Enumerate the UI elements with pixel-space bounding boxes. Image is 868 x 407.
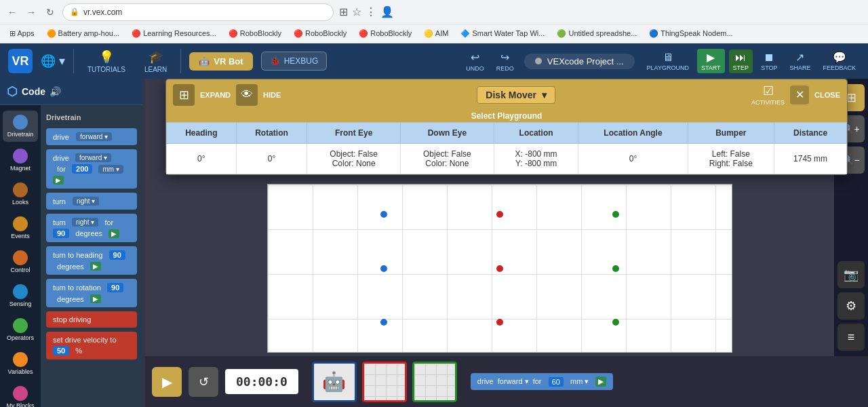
dropdown-arrow-icon: ▾: [542, 90, 547, 100]
rotation-play-arrow[interactable]: ▶: [90, 294, 101, 303]
block-set-velocity[interactable]: set drive velocity to 50 %: [46, 332, 137, 360]
drive-play-arrow[interactable]: ▶: [53, 176, 64, 185]
variables-label: Variables: [8, 368, 33, 375]
dot-red-3: [496, 319, 503, 326]
speaker-icon[interactable]: 🔊: [50, 86, 61, 97]
thumbnail-red[interactable]: [362, 362, 407, 402]
block-turn-for[interactable]: turn right ▾ for 90 degrees ▶: [46, 214, 137, 242]
tutorials-button[interactable]: 💡 TUTORIALS: [82, 47, 131, 76]
bookmark-spreadsheet[interactable]: 🟢 Untitled spreadshe...: [553, 28, 641, 39]
cell-bumper: Left: FalseRight: False: [688, 144, 774, 174]
reset-button[interactable]: ↺: [189, 367, 218, 397]
sidebar-item-events[interactable]: Events: [3, 212, 38, 244]
extensions-icon[interactable]: ⊞: [339, 5, 348, 18]
thumb-red-grid: [364, 364, 405, 400]
stop-button[interactable]: ⏹ STOP: [757, 50, 781, 73]
learn-label: LEARN: [144, 66, 167, 73]
expand-button[interactable]: ⊞: [173, 84, 195, 106]
block-drive-forward[interactable]: drive forward ▾: [46, 128, 137, 145]
more-icon[interactable]: ⋮: [366, 5, 376, 18]
sidebar-item-drivetrain[interactable]: Drivetrain: [3, 111, 38, 142]
toolbar-divider-2: [180, 49, 181, 73]
bookmark-learning[interactable]: 🔴 Learning Resources...: [127, 28, 220, 39]
block-turn[interactable]: turn right ▾: [46, 193, 137, 210]
step-button[interactable]: ⏭ STEP: [729, 50, 753, 73]
sidebar-item-looks[interactable]: Looks: [3, 178, 38, 210]
learn-button[interactable]: 🎓 LEARN: [139, 47, 172, 76]
bookmark-battery[interactable]: 🟠 Battery amp-hou...: [43, 28, 124, 39]
drive-direction2-dropdown[interactable]: forward ▾: [75, 153, 111, 162]
settings-button[interactable]: ⚙: [837, 292, 865, 319]
refresh-button[interactable]: ↻: [43, 5, 57, 19]
url-bar[interactable]: 🔒 vr.vex.com: [62, 3, 334, 21]
project-name: VEXcode Project ...: [547, 56, 624, 66]
velocity-value[interactable]: 50: [53, 346, 69, 355]
more-options-button[interactable]: ≡: [837, 324, 865, 351]
block-stop-driving[interactable]: stop driving: [46, 311, 137, 328]
thumbnail-green[interactable]: [412, 362, 457, 402]
bookmark-thingspeak[interactable]: 🔵 ThingSpeak Nodem...: [645, 28, 736, 39]
timer-display: 00:00:0: [225, 369, 298, 394]
turn-direction2-dropdown[interactable]: right ▾: [72, 218, 98, 227]
heading-value[interactable]: 90: [109, 250, 125, 260]
sidebar-item-variables[interactable]: Variables: [3, 348, 38, 379]
drive-direction-dropdown[interactable]: forward ▾: [76, 132, 112, 141]
rotation-value[interactable]: 90: [107, 283, 123, 292]
col-front-eye: Front Eye: [307, 123, 401, 144]
playground-icon: 🖥: [663, 52, 673, 64]
close-button[interactable]: ✕: [790, 85, 809, 104]
turn-degrees-value[interactable]: 90: [53, 229, 69, 238]
feedback-button[interactable]: 💬 FEEDBACK: [818, 49, 860, 73]
robot-icon: 🤖: [322, 370, 346, 393]
sidebar-item-magnet[interactable]: Magnet: [3, 144, 38, 176]
activities-button[interactable]: ☑ ACTIVITIES: [751, 83, 785, 106]
block-drive-forward-for[interactable]: drive forward ▾ for 200 mm ▾ ▶: [46, 149, 137, 189]
hide-button[interactable]: 👁: [236, 84, 258, 106]
share-label: SHARE: [789, 64, 810, 71]
sidebar-item-sensing[interactable]: Sensing: [3, 280, 38, 311]
camera-button[interactable]: 📷: [837, 261, 865, 288]
bookmark-roboblockly-3[interactable]: 🔴 RoboBlockly: [355, 28, 416, 39]
activities-icon: ☑: [763, 83, 774, 98]
drive-distance-value[interactable]: 200: [72, 164, 92, 174]
turn-play-arrow[interactable]: ▶: [108, 229, 119, 238]
monitor-panel: ⊞ EXPAND 👁 HIDE Disk Mover ▾ ☑: [165, 79, 848, 175]
playground-area: ⊞ EXPAND 👁 HIDE Disk Mover ▾ ☑: [145, 79, 868, 407]
block-turn-heading[interactable]: turn to heading 90 degrees ▶: [46, 246, 137, 275]
operators-label: Operators: [7, 334, 34, 341]
block-turn-rotation[interactable]: turn to rotation 90 degrees ▶: [46, 279, 137, 307]
sidebar-item-operators[interactable]: Operators: [3, 314, 38, 345]
run-button[interactable]: ▶: [152, 367, 182, 397]
playground-button[interactable]: 🖥 PLAYGROUND: [643, 50, 693, 73]
bookmark-roboblockly-1[interactable]: 🔴 RoboBlockly: [224, 28, 285, 39]
forward-button[interactable]: →: [24, 5, 38, 19]
profile-icon[interactable]: 👤: [380, 5, 394, 18]
blocks-area: Drivetrain drive forward ▾ drive forward…: [41, 105, 142, 407]
turn-direction-dropdown[interactable]: right ▾: [73, 197, 99, 206]
bookmark-icon[interactable]: ☆: [352, 5, 361, 18]
thumbnail-robot[interactable]: 🤖: [312, 362, 357, 402]
hexbug-button[interactable]: 🐞 HEXBUG: [261, 52, 328, 71]
globe-button[interactable]: 🌐 ▾: [41, 54, 65, 69]
blocks-section-label: Drivetrain: [46, 111, 137, 124]
bookmark-aim[interactable]: 🟡 AIM: [420, 28, 452, 39]
undo-button[interactable]: ↩ UNDO: [464, 49, 486, 74]
playground-select-dropdown[interactable]: Disk Mover ▾: [477, 86, 555, 104]
magnet-dot: [13, 149, 28, 163]
app-container: VR 🌐 ▾ 💡 TUTORIALS 🎓 LEARN 🤖 VR Bot 🐞 HE…: [0, 43, 868, 407]
bookmark-smartwater[interactable]: 🔷 Smart Water Tap Wi...: [456, 28, 549, 39]
play-button[interactable]: ▶ START: [697, 49, 725, 73]
dot-blue-3: [380, 319, 387, 326]
drive-unit-dropdown[interactable]: mm ▾: [98, 165, 123, 174]
share-button[interactable]: ↗ SHARE: [785, 49, 814, 73]
vr-bot-button[interactable]: 🤖 VR Bot: [189, 52, 252, 71]
sidebar-item-myblocks[interactable]: My Blocks: [3, 382, 38, 407]
sidebar-item-control[interactable]: Control: [3, 246, 38, 277]
redo-button[interactable]: ↪ REDO: [494, 49, 516, 74]
back-button[interactable]: ←: [5, 5, 19, 19]
bookmark-apps[interactable]: ⊞ Apps: [5, 28, 39, 39]
monitor-title-area: Disk Mover ▾: [286, 86, 746, 104]
undo-label: UNDO: [466, 65, 484, 72]
heading-play-arrow[interactable]: ▶: [90, 262, 101, 271]
bookmark-roboblockly-2[interactable]: 🔴 RoboBlockly: [290, 28, 351, 39]
